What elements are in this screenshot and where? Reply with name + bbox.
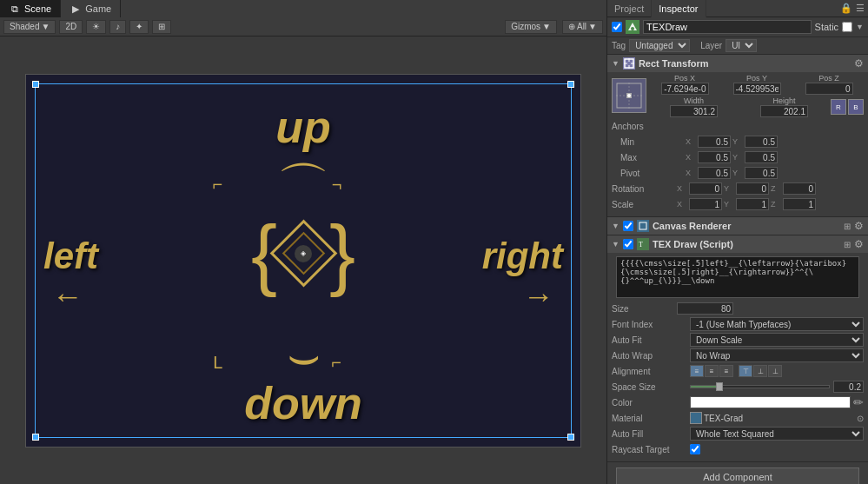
- anchors-min-y-input[interactable]: [745, 136, 778, 148]
- fx-icon: ✦: [136, 22, 142, 31]
- auto-wrap-select[interactable]: No Wrap: [690, 348, 864, 362]
- raycast-checkbox[interactable]: [690, 444, 700, 454]
- 2d-button[interactable]: 2D: [59, 20, 83, 34]
- object-name-input[interactable]: [643, 20, 812, 34]
- material-label: Material: [612, 414, 690, 423]
- anchors-max-y-input[interactable]: [745, 151, 778, 163]
- audio-button[interactable]: ♪: [109, 20, 126, 34]
- align-middle-button[interactable]: ⊥: [753, 365, 767, 377]
- rot-y-input[interactable]: [736, 182, 769, 195]
- pos-z-label: Pos Z: [818, 74, 839, 83]
- pivot-x-input[interactable]: [698, 167, 731, 179]
- td-gear-icon[interactable]: ⚙: [854, 238, 864, 250]
- pos-x-input[interactable]: [661, 83, 709, 95]
- align-center-button[interactable]: ≡: [705, 365, 719, 377]
- anchors-label: Anchors: [612, 122, 677, 131]
- handle-tl[interactable]: [32, 81, 39, 88]
- anchor-preset-button[interactable]: [612, 78, 646, 113]
- viewport-tabs: ⧉ Scene ▶ Game: [0, 0, 606, 17]
- static-checkbox[interactable]: [842, 22, 852, 32]
- gizmos-label: Gizmos: [511, 22, 540, 31]
- space-size-input[interactable]: [833, 381, 864, 393]
- gizmos-arrow-icon: ▼: [542, 22, 551, 31]
- rot-z-input[interactable]: [783, 182, 816, 195]
- color-edit-icon[interactable]: ✏: [853, 396, 864, 408]
- align-right-button[interactable]: ≡: [719, 365, 733, 377]
- pivot-y-input[interactable]: [745, 167, 778, 179]
- color-swatch[interactable]: [690, 396, 851, 408]
- gizmos-dropdown[interactable]: Gizmos ▼: [505, 20, 557, 34]
- viewport-toolbar: Shaded ▼ 2D ☀ ♪ ✦ ⊞ Gizmos ▼: [0, 17, 606, 36]
- align-bottom-button[interactable]: ⊥: [768, 365, 782, 377]
- handle-bl[interactable]: [32, 434, 39, 441]
- auto-fit-row: Auto Fit Down Scale: [612, 333, 864, 347]
- anchors-min-x-input[interactable]: [698, 136, 731, 148]
- handle-br[interactable]: [567, 434, 574, 441]
- rot-x-input[interactable]: [689, 182, 722, 195]
- align-left-button[interactable]: ≡: [690, 365, 704, 377]
- tab-project[interactable]: Project: [607, 0, 652, 17]
- tab-scene[interactable]: ⧉ Scene: [0, 0, 61, 17]
- rect-transform-header[interactable]: ▼ Rect Transform ⚙: [607, 55, 868, 72]
- anchors-max-group: X Y: [686, 151, 864, 163]
- auto-fit-select[interactable]: Down Scale: [690, 333, 864, 347]
- max-x-label: X: [686, 153, 696, 162]
- fx-button[interactable]: ✦: [129, 20, 149, 34]
- add-component-button[interactable]: Add Component: [616, 467, 859, 484]
- inspector-tabs: Project Inspector 🔒 ☰: [607, 0, 868, 17]
- scale-row: Scale X Y Z: [612, 197, 864, 211]
- material-pick-icon[interactable]: ⊙: [857, 414, 864, 423]
- td-fields: {{{{\cmss\size[.5]left}__{\leftarrow}{\a…: [607, 253, 868, 461]
- tex-draw-script-textarea[interactable]: {{{{\cmss\size[.5]left}__{\leftarrow}{\a…: [616, 256, 859, 298]
- rt-gear-icon[interactable]: ⚙: [854, 57, 864, 70]
- scene-text-left: left: [43, 235, 98, 277]
- pos-y-label: Pos Y: [746, 74, 767, 83]
- tab-inspector[interactable]: Inspector: [652, 0, 706, 17]
- bottom-bracket-decoration: L ⌐: [213, 353, 394, 373]
- constrain-proportions-button[interactable]: R: [831, 99, 846, 115]
- slider-thumb[interactable]: [716, 382, 723, 391]
- inspector-menu-icon[interactable]: ☰: [856, 3, 865, 14]
- scale-label: Scale: [612, 200, 677, 209]
- shaded-dropdown[interactable]: Shaded ▼: [3, 20, 56, 34]
- blueprint-button[interactable]: B: [848, 99, 864, 115]
- pos-fields: Pos X Pos Y Pos Z: [650, 74, 864, 117]
- all-layers-dropdown[interactable]: ⊕ All ▼: [562, 20, 603, 34]
- td-settings-icon[interactable]: ⊞: [844, 240, 851, 249]
- static-dropdown-icon[interactable]: ▼: [856, 23, 864, 31]
- layer-select[interactable]: UI: [726, 39, 757, 52]
- handle-tr[interactable]: [567, 81, 574, 88]
- pos-y-input[interactable]: [733, 83, 781, 95]
- cr-settings-icon[interactable]: ⊞: [844, 222, 851, 231]
- size-input[interactable]: [677, 302, 733, 315]
- lighting-button[interactable]: ☀: [86, 20, 106, 34]
- tag-select[interactable]: Untagged: [629, 39, 690, 52]
- color-row: Color ✏: [612, 395, 864, 409]
- wh-buttons: R B: [831, 99, 864, 115]
- tex-draw-header[interactable]: ▼ T TEX Draw (Script) ⊞ ⚙: [607, 235, 868, 253]
- slider-track[interactable]: [690, 385, 830, 388]
- pos-z-input[interactable]: [805, 83, 853, 95]
- anchors-max-x-input[interactable]: [698, 151, 731, 163]
- scale-x-input[interactable]: [689, 198, 722, 210]
- object-active-checkbox[interactable]: [612, 22, 622, 32]
- inspector-content-scroll[interactable]: Static ▼ Tag Untagged Layer UI ▼: [607, 17, 868, 484]
- td-enable-checkbox[interactable]: [623, 239, 633, 249]
- lock-icon[interactable]: 🔒: [840, 3, 852, 14]
- anchor-preset-icon: [616, 83, 642, 109]
- font-index-select[interactable]: -1 (Use Math Typefaces): [690, 317, 864, 331]
- canvas-renderer-header[interactable]: ▼ Canvas Renderer ⊞ ⚙: [607, 217, 868, 235]
- tab-game[interactable]: ▶ Game: [61, 0, 121, 17]
- cr-enable-checkbox[interactable]: [623, 221, 633, 231]
- scale-y-input[interactable]: [736, 198, 769, 210]
- align-top-button[interactable]: ⊤: [739, 365, 752, 377]
- width-input[interactable]: [670, 105, 718, 117]
- rotation-group: X Y Z: [677, 182, 864, 195]
- cr-gear-icon[interactable]: ⚙: [854, 220, 864, 232]
- scene-canvas[interactable]: up down left right ← → ⌒ ⌣: [0, 36, 606, 484]
- width-group: Width: [650, 96, 738, 117]
- auto-fill-select[interactable]: Whole Text Squared: [690, 427, 864, 441]
- height-input[interactable]: [760, 105, 808, 117]
- scale-z-input[interactable]: [783, 198, 816, 210]
- scene-view-button[interactable]: ⊞: [152, 20, 171, 34]
